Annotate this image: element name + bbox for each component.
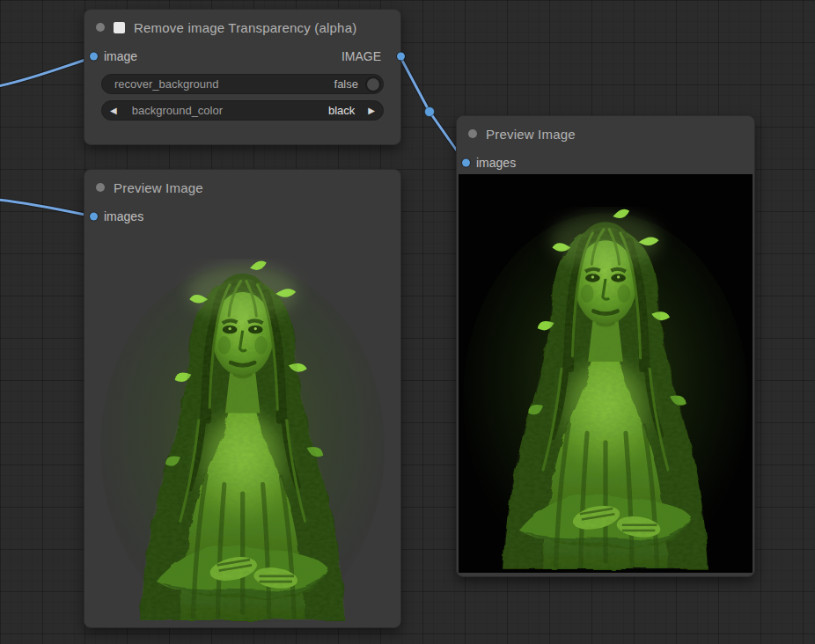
widget-value: false: [334, 77, 358, 91]
widget-value: black: [328, 104, 355, 117]
widget-background-color[interactable]: ◀ background_color black ▶: [101, 100, 384, 121]
input-slot-images[interactable]: [90, 213, 98, 221]
collapse-dot-icon[interactable]: [468, 129, 477, 138]
node-title: Preview Image: [114, 180, 203, 195]
node-graph-canvas[interactable]: Remove image Transparency (alpha) image …: [0, 0, 815, 644]
input-slot-images[interactable]: [462, 159, 470, 167]
node-title: Remove image Transparency (alpha): [134, 20, 356, 35]
node-header[interactable]: Preview Image: [84, 170, 400, 205]
node-header[interactable]: Preview Image: [457, 116, 754, 151]
combo-prev-icon[interactable]: ◀: [102, 106, 125, 115]
input-label-image: image: [104, 49, 341, 63]
output-slot-image[interactable]: [397, 53, 405, 61]
reroute-dot[interactable]: [425, 107, 435, 117]
slot-row: image IMAGE: [84, 45, 400, 68]
wire-to-image-input: [0, 57, 93, 86]
input-label-images: images: [104, 209, 381, 223]
moss-woman-artwork: [459, 174, 753, 573]
widget-recover-background[interactable]: recover_background false: [101, 74, 384, 94]
toggle-knob[interactable]: [365, 77, 381, 92]
widget-label: recover_background: [102, 77, 334, 91]
preview-image: [84, 228, 400, 622]
slot-row: images: [84, 205, 400, 228]
node-title: Preview Image: [486, 127, 576, 142]
slot-row: images: [457, 151, 754, 174]
input-slot-image[interactable]: [90, 53, 98, 61]
widget-label: background_color: [125, 104, 328, 117]
wire-to-left-preview: [0, 200, 93, 216]
node-square-icon: [114, 22, 125, 33]
moss-woman-artwork: [96, 228, 389, 622]
output-label-image: IMAGE: [341, 49, 381, 63]
preview-image: [459, 174, 753, 573]
collapse-dot-icon[interactable]: [96, 183, 105, 192]
node-header[interactable]: Remove image Transparency (alpha): [84, 10, 400, 45]
node-remove-image-transparency[interactable]: Remove image Transparency (alpha) image …: [84, 9, 401, 145]
node-preview-image-left[interactable]: Preview Image images: [84, 169, 401, 628]
input-label-images: images: [476, 156, 735, 170]
node-preview-image-right[interactable]: Preview Image images: [456, 115, 755, 577]
collapse-dot-icon[interactable]: [96, 23, 105, 32]
combo-next-icon[interactable]: ▶: [360, 106, 383, 115]
